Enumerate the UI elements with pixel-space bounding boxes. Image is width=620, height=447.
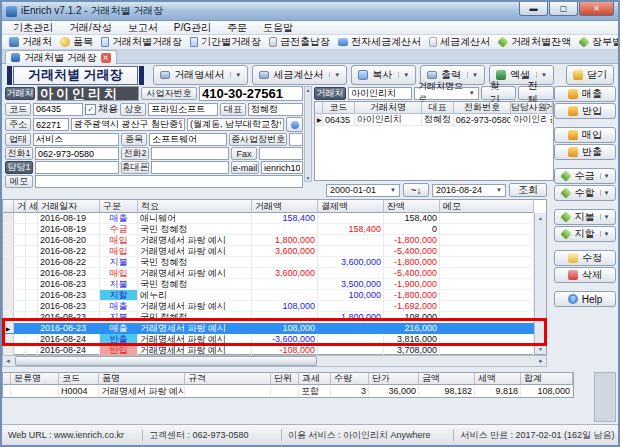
search-button[interactable]: 조회 [509, 183, 547, 197]
trade-name-field[interactable] [148, 103, 218, 116]
item-header-cell[interactable] [3, 373, 11, 385]
ledger-header-cell[interactable]: 세 [26, 200, 38, 213]
biztype-field[interactable] [33, 133, 119, 146]
grid-header-cell[interactable]: 거 [547, 102, 553, 114]
ledger-header-cell[interactable] [3, 200, 14, 213]
date-range-button[interactable]: ~↓ [403, 183, 429, 197]
dropdown-caret-icon[interactable]: ▼ [329, 72, 340, 78]
scrollbar-thumb[interactable] [15, 356, 317, 366]
manager-field[interactable] [35, 161, 119, 174]
tel1-field[interactable] [35, 147, 119, 160]
ledger-header-cell[interactable]: 결제액 [318, 200, 384, 213]
header-button-1[interactable]: 세금계산서▼ [252, 65, 347, 85]
dropdown-caret-icon[interactable]: ▼ [230, 72, 241, 78]
ceo-field[interactable] [248, 103, 303, 116]
grid-header-cell[interactable]: 담당사원 [511, 102, 547, 114]
grid-header-cell[interactable]: 코드 [323, 102, 355, 114]
toolbar-item-1[interactable]: 품목 [57, 36, 96, 49]
ledger-horizontal-scrollbar[interactable]: ◄ ► [2, 355, 547, 367]
dropdown-caret-icon[interactable]: ▼ [600, 214, 610, 220]
action-button-5[interactable]: 수할▼ [554, 185, 616, 201]
item-header-cell[interactable]: 단가 [369, 373, 419, 385]
item-grid-row[interactable]: H0004거래명세서 파랑 예시포함336,00098,1829,818108,… [3, 385, 573, 397]
form-scrollbar[interactable]: ▲▼ [304, 86, 312, 182]
action-button-1[interactable]: 반입 [554, 103, 616, 119]
action-button-2[interactable]: 매입 [554, 127, 616, 143]
action-button-8[interactable]: 수정 [554, 250, 616, 266]
item-header-cell[interactable]: 세액 [475, 373, 521, 385]
item-header-cell[interactable]: 금액 [419, 373, 475, 385]
dropdown-caret-icon[interactable]: ▼ [467, 72, 478, 78]
toolbar-item-6[interactable]: 세금계산서 [426, 36, 493, 49]
ledger-row[interactable]: 2016-08-19매출애니웨어158,400158,400 [3, 213, 546, 224]
all-button[interactable]: 전체 [518, 86, 554, 100]
action-button-9[interactable]: 삭제 [554, 267, 616, 283]
menu-item-0[interactable]: 기초관리 [5, 21, 61, 35]
ledger-row[interactable]: ▶2016-08-23매출거래명세서 파랑 예시108,000216,000 [3, 323, 546, 334]
header-button-2[interactable]: 복사▼ [351, 65, 416, 85]
menu-item-5[interactable]: 도움말 [255, 21, 301, 35]
item-header-cell[interactable]: 코드 [59, 373, 99, 385]
address-search-button[interactable] [286, 117, 303, 132]
search-filter-select[interactable]: 거래처명으로 ▼ [414, 87, 479, 100]
client-search-input[interactable] [348, 87, 412, 100]
toolbar-item-8[interactable]: 장부별잔액 [576, 36, 620, 49]
search-grid-row[interactable]: ▶06435아이인리치정혜정062-973-0580아이인리관 [315, 114, 553, 126]
ledger-row[interactable]: 2016-08-23매입거래명세서 파랑 예시3,600,000-5,400,0… [3, 268, 546, 279]
ledger-header-cell[interactable]: 적요 [138, 200, 252, 213]
ledger-row[interactable]: 2016-08-20매입거래명세서 파랑 예시1,800,000-1,800,0… [3, 235, 546, 246]
toolbar-item-5[interactable]: 전자세금계산서 [335, 36, 424, 49]
item-header-cell[interactable]: 단위 [271, 373, 299, 385]
tab-client-ledger[interactable]: 거래처별 거래장 ✕ [5, 50, 117, 64]
item-header-cell[interactable]: 합계 [521, 373, 573, 385]
hire-checkbox[interactable]: ✓ 채용 [85, 102, 118, 116]
toolbar-item-0[interactable]: 거래처 [6, 36, 55, 49]
zip-field[interactable] [33, 118, 69, 131]
action-button-6[interactable]: 지불▼ [554, 209, 616, 225]
biznum-field[interactable] [199, 86, 303, 101]
ledger-row[interactable]: 2016-08-22지불국민 정혜정3,600,000-1,800,000 [3, 257, 546, 268]
ledger-header-cell[interactable]: 거래일자 [38, 200, 100, 213]
menu-item-2[interactable]: 보고서 [120, 21, 166, 35]
item-header-cell[interactable]: 과세 [299, 373, 331, 385]
ledger-row[interactable]: 2016-08-23매출거래명세서 파랑 예시108,000-1,692,000 [3, 301, 546, 312]
ledger-header-cell[interactable]: 잔액 [384, 200, 440, 213]
toolbar-item-7[interactable]: 거래처별잔액 [495, 36, 574, 49]
header-button-0[interactable]: 거래명세서▼ [153, 65, 248, 85]
ledger-header-cell[interactable]: 메모 [440, 200, 534, 213]
grid-header-cell[interactable] [315, 102, 323, 114]
toolbar-item-3[interactable]: 기간별거래장 [187, 36, 264, 49]
bizitem-field[interactable] [149, 133, 227, 146]
scroll-left-icon[interactable]: ◄ [3, 358, 13, 364]
close-icon[interactable]: ✕ [579, 2, 614, 16]
ledger-row[interactable]: 2016-08-22매입거래명세서 파랑 예시3,600,000-5,400,0… [3, 246, 546, 257]
grid-header-cell[interactable]: 거래처명 [355, 102, 422, 114]
date-from-select[interactable]: 2000-01-01 ▼ [326, 184, 400, 197]
item-header-cell[interactable]: 품명 [99, 373, 185, 385]
action-button-10[interactable]: ?Help [554, 291, 616, 307]
ledger-header-cell[interactable]: 구분 [100, 200, 138, 213]
address2-field[interactable] [187, 118, 284, 131]
ledger-row[interactable]: 2016-08-23지불국민 정혜정3,500,000-1,900,000 [3, 279, 546, 290]
ledger-row[interactable]: 2016-08-23지할에누리100,000-1,800,000 [3, 290, 546, 301]
menu-item-3[interactable]: P/G관리 [166, 21, 219, 35]
subbiz-field[interactable] [289, 133, 303, 146]
tab-close-icon[interactable]: ✕ [101, 53, 111, 63]
action-button-7[interactable]: 지할▼ [554, 226, 616, 242]
ledger-header-cell[interactable]: 거 [14, 200, 26, 213]
minimize-icon[interactable]: ▬ [519, 2, 548, 16]
title-bar[interactable]: iEnrich v7.1.2 - 거래처별 거래장 ▬ ▢ ✕ [2, 2, 618, 21]
toolbar-item-2[interactable]: 거래처별거래장 [98, 36, 185, 49]
find-button[interactable]: 찾기 [481, 86, 517, 100]
toolbar-item-4[interactable]: 금전출납장 [266, 36, 333, 49]
item-header-cell[interactable]: 수량 [331, 373, 369, 385]
code-field[interactable] [33, 103, 83, 116]
ledger-vertical-scrollbar[interactable]: ▲▼ [534, 213, 546, 354]
mobile-field[interactable] [151, 161, 229, 174]
ledger-row[interactable]: 2016-08-24반출거래명세서 파랑 예시-3,600,0003,816,0… [3, 334, 546, 345]
client-name-field[interactable] [37, 86, 139, 101]
fax-field[interactable] [259, 147, 303, 160]
maximize-icon[interactable]: ▢ [549, 2, 578, 16]
menu-item-1[interactable]: 거래/작성 [61, 21, 120, 35]
item-header-cell[interactable]: 규격 [185, 373, 271, 385]
